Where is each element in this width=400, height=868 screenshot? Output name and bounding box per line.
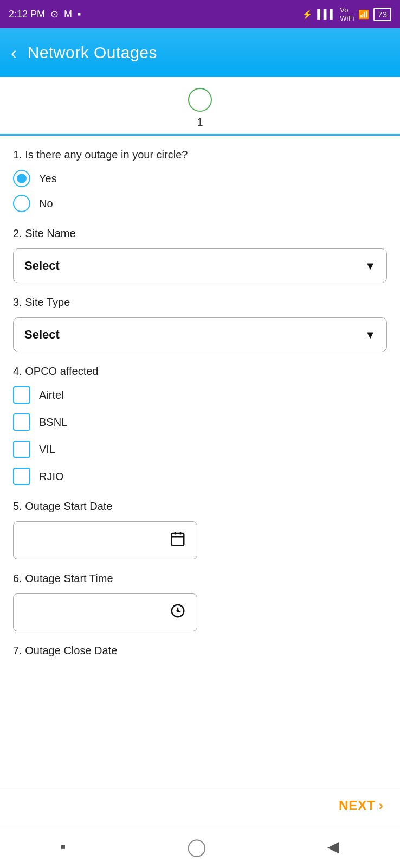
mail-icon: M [64,9,72,20]
site-type-select[interactable]: Select ▼ [13,317,387,352]
radio-no[interactable]: No [13,195,387,212]
question-2: 2. Site Name Select ▼ [13,227,387,283]
form-area: 1. Is there any outage in your circle? Y… [0,136,400,786]
back-button[interactable]: ‹ [11,43,17,63]
radio-yes-inner [17,174,27,183]
site-name-value: Select [24,259,60,273]
nav-back-icon[interactable]: ◀ [327,838,339,856]
chevron-down-icon-2: ▼ [365,329,376,341]
next-label: NEXT [339,798,376,813]
signal-icon: ▌▌▌ [317,9,336,19]
radio-no-outer[interactable] [13,195,30,212]
q7-label: 7. Outage Close Date [13,644,387,657]
checkbox-airtel-box[interactable] [13,386,30,404]
svg-rect-0 [172,533,184,546]
chevron-down-icon: ▼ [365,260,376,272]
checkbox-vil-label: VIL [39,443,55,456]
battery: 73 [373,8,391,21]
question-7-partial: 7. Outage Close Date [13,644,387,657]
q4-label: 4. OPCO affected [13,365,387,378]
radio-yes[interactable]: Yes [13,170,387,187]
q1-label: 1. Is there any outage in your circle? [13,149,387,161]
checkbox-airtel-label: Airtel [39,389,64,401]
checkbox-bsnl[interactable]: BSNL [13,413,387,431]
status-bar: 2:12 PM ⊙ M ▪ ⚡ ▌▌▌ VoWiFi 📶 73 [0,0,400,28]
site-type-value: Select [24,328,60,342]
vowifi-icon: VoWiFi [340,6,354,22]
outage-start-time-input[interactable] [13,593,197,631]
step-number: 1 [197,116,203,129]
question-3: 3. Site Type Select ▼ [13,296,387,352]
nav-bar: ▪ ◯ ◀ [0,825,400,868]
radio-yes-outer[interactable] [13,170,30,187]
checkbox-rjio-label: RJIO [39,470,64,483]
radio-no-label: No [39,197,53,210]
status-left: 2:12 PM ⊙ M ▪ [9,8,81,20]
camera-icon: ⊙ [50,8,59,20]
time: 2:12 PM [9,9,45,20]
q5-label: 5. Outage Start Date [13,500,387,513]
checkbox-airtel[interactable]: Airtel [13,386,387,404]
q2-label: 2. Site Name [13,227,387,240]
checkbox-vil[interactable]: VIL [13,441,387,458]
calendar-icon [170,531,186,551]
question-4: 4. OPCO affected Airtel BSNL VIL RJIO [13,365,387,485]
status-right: ⚡ ▌▌▌ VoWiFi 📶 73 [302,6,391,22]
page-title: Network Outages [28,43,157,62]
question-5: 5. Outage Start Date [13,500,387,559]
nav-square-icon[interactable]: ▪ [61,838,66,856]
bottom-bar: NEXT › [0,786,400,825]
checkbox-bsnl-label: BSNL [39,416,67,429]
wifi-icon: 📶 [358,9,369,20]
site-name-select[interactable]: Select ▼ [13,248,387,283]
step-indicator: 1 [0,77,400,136]
opco-checkbox-group: Airtel BSNL VIL RJIO [13,386,387,485]
radio-yes-label: Yes [39,173,57,185]
header: ‹ Network Outages [0,28,400,77]
next-arrow-icon: › [379,798,384,813]
bluetooth-icon: ⚡ [302,9,313,20]
square-icon: ▪ [78,9,81,20]
clock-icon [170,603,186,623]
question-1: 1. Is there any outage in your circle? Y… [13,149,387,212]
next-button[interactable]: NEXT › [339,798,384,813]
checkbox-rjio[interactable]: RJIO [13,468,387,485]
q6-label: 6. Outage Start Time [13,572,387,585]
step-circle [188,88,212,112]
question-6: 6. Outage Start Time [13,572,387,631]
checkbox-bsnl-box[interactable] [13,413,30,431]
svg-point-7 [177,610,179,611]
q1-radio-group: Yes No [13,170,387,212]
checkbox-rjio-box[interactable] [13,468,30,485]
outage-start-date-input[interactable] [13,521,197,559]
q3-label: 3. Site Type [13,296,387,309]
checkbox-vil-box[interactable] [13,441,30,458]
nav-home-icon[interactable]: ◯ [187,837,207,857]
